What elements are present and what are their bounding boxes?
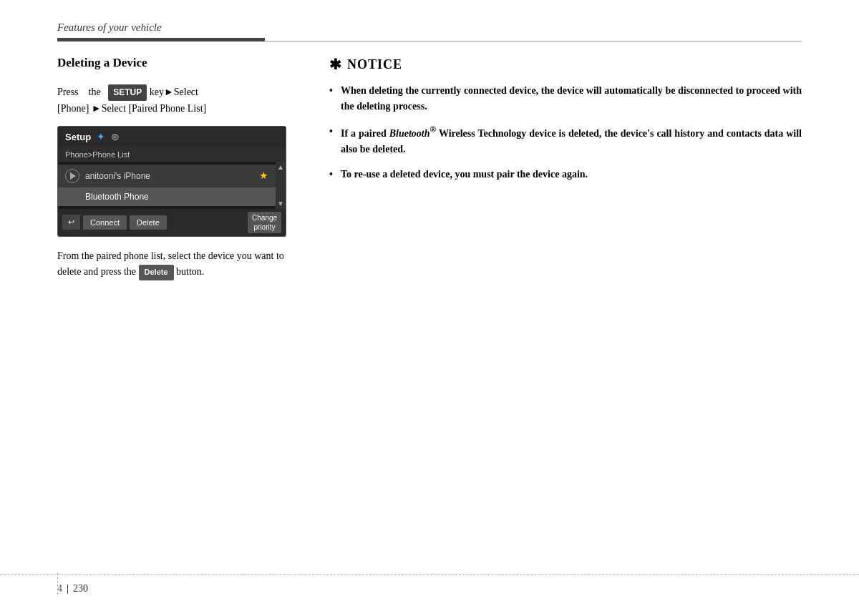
notice-item-3-text: To re-use a deleted device, you must pai… (341, 169, 588, 180)
delete-badge: Delete (139, 265, 174, 280)
instruction2-post: button. (176, 266, 204, 277)
notice-item-2: If a paired Bluetooth® Wireless Technolo… (329, 124, 802, 157)
page-header: Features of your vehicle (0, 0, 859, 41)
phone-item-2: Bluetooth Phone (58, 187, 276, 206)
main-content: Deleting a Device Press the SETUP key►Se… (0, 56, 859, 289)
header-line-thin (265, 41, 802, 41)
phone-list-container: anitooni's iPhone ★ Bluetooth Phone ▲ ▼ (58, 162, 286, 209)
setup-badge: SETUP (108, 84, 147, 101)
setup-ui-mockup: Setup ✦ ⊕ Phone>Phone List anitooni's iP… (57, 126, 286, 237)
header-lines (57, 38, 802, 41)
change-priority-button[interactable]: Changepriority (248, 212, 281, 233)
notice-header: ✱ NOTICE (329, 56, 802, 73)
press-the-label: Press the (57, 87, 106, 97)
left-column: Deleting a Device Press the SETUP key►Se… (57, 56, 301, 289)
star-icon: ★ (259, 170, 268, 182)
notice-asterisk: ✱ (329, 56, 341, 73)
scrollbar-track[interactable]: ▲ ▼ (276, 162, 286, 209)
header-line-thick (57, 38, 265, 41)
right-column: ✱ NOTICE When deleting the currently con… (329, 56, 802, 289)
page-number: 230 (73, 583, 88, 595)
setup-footer: ↩ Connect Delete Changepriority (58, 209, 286, 236)
delete-button[interactable]: Delete (130, 215, 167, 230)
play-button-icon (65, 169, 79, 183)
play-triangle-icon (70, 172, 76, 180)
footer-separator: | (67, 582, 69, 595)
setup-titlebar: Setup ✦ ⊕ (58, 127, 286, 147)
notice-list: When deleting the currently con­nected d… (329, 83, 802, 182)
scroll-down-arrow[interactable]: ▼ (277, 200, 284, 207)
notice-item-2-text: If a paired Bluetooth® Wireless Technolo… (341, 128, 802, 155)
bluetooth-icon: ✦ (97, 131, 105, 143)
instruction-text-2: From the paired phone list, select the d… (57, 248, 301, 280)
section-title: Deleting a Device (57, 56, 301, 70)
notice-title: NOTICE (347, 57, 402, 72)
notice-item-1: When deleting the currently con­nected d… (329, 83, 802, 114)
connect-button[interactable]: Connect (83, 215, 127, 230)
setup-title-text: Setup (65, 132, 91, 142)
breadcrumb-bar: Phone>Phone List (58, 147, 286, 162)
chapter-number: 4 (57, 583, 62, 595)
setup-titlebar-left: Setup ✦ ⊕ (65, 131, 120, 143)
notice-item-1-text: When deleting the currently con­nected d… (341, 85, 802, 112)
header-title: Features of your vehicle (57, 21, 802, 34)
phone1-name: anitooni's iPhone (85, 171, 259, 181)
back-button[interactable]: ↩ (62, 215, 80, 230)
page-footer: 4 | 230 (0, 575, 859, 595)
usb-icon: ⊕ (111, 131, 120, 143)
notice-item-3: To re-use a deleted device, you must pai… (329, 167, 802, 182)
phone-item-1: anitooni's iPhone ★ (58, 165, 276, 187)
footer-border-left (57, 573, 58, 595)
scroll-up-arrow[interactable]: ▲ (277, 163, 284, 171)
phone-list: anitooni's iPhone ★ Bluetooth Phone (58, 162, 276, 209)
instruction-text-1: Press the SETUP key►Select[Phone] ►Selec… (57, 84, 301, 117)
phone2-name: Bluetooth Phone (65, 192, 268, 202)
